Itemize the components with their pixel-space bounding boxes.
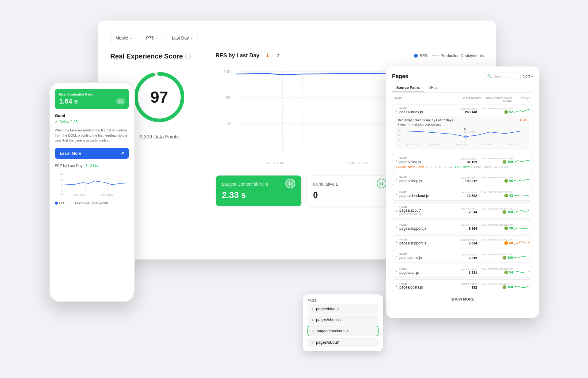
platform-label: Mobile (115, 36, 128, 40)
svg-text:Oct 7, 2020: Oct 7, 2020 (508, 143, 519, 146)
cls-title: Cumulative L (313, 182, 338, 187)
table-header: PAGE DATA POINTS REAL EXPERIENCE SCORE T… (392, 96, 533, 104)
svg-text:23/10, 00:00: 23/10, 00:00 (74, 194, 85, 196)
svg-text:64: 64 (464, 128, 466, 130)
svg-text:23/10, 00:00: 23/10, 00:00 (346, 161, 367, 165)
metric-card-lcp: Largest Contentful Paint 98 2.33 s (216, 175, 302, 206)
phone-legend-deployments: Production Deployments (69, 202, 108, 205)
svg-text:3s: 3s (60, 178, 63, 181)
timerange-label: Last Day (172, 36, 189, 40)
table-row: ▲ PAGE pages/docs.js DATA POINTS 2,319 R… (392, 250, 533, 263)
chart-title: RES by Last Day (216, 52, 259, 59)
chevron-icon: ▲ (311, 341, 314, 344)
legend-res-dot (414, 54, 418, 58)
legend-deployments-dash (432, 55, 439, 56)
lcp-badge: 98 (285, 179, 295, 188)
chart-change-icon: ⬇ (266, 53, 270, 59)
tooltip-page-about: ▲ pages/about* (307, 338, 379, 347)
svg-point-35 (465, 136, 466, 138)
info-icon[interactable]: i (185, 54, 191, 59)
table-row: ▲ PAGE pages/api.js DATA POINTS 1,721 RE… (392, 265, 533, 278)
phone-fcp-value: 1.64 s 88 (59, 97, 125, 105)
svg-text:Oct 3, 2020: Oct 3, 2020 (407, 143, 418, 146)
svg-text:60: 60 (398, 138, 401, 141)
timerange-dropdown[interactable]: Last Day ▾ (167, 33, 198, 43)
svg-text:2s: 2s (60, 184, 63, 187)
svg-text:50: 50 (225, 95, 231, 100)
phone-desc: When the browser renders the first bit o… (55, 128, 129, 143)
svg-text:0: 0 (228, 121, 231, 126)
legend-deployments: Production Deployments (432, 53, 484, 58)
percentile-label: P75 (146, 36, 154, 40)
phone-fcp-banner: First Contentful Paint 1.64 s 88 (55, 89, 129, 109)
chevron-down-icon: ▾ (156, 36, 158, 40)
chevron-icon: ▲ (311, 307, 314, 311)
phone-good-label: Good (55, 113, 129, 118)
lcp-value: 2.33 s (222, 190, 295, 200)
chart-legend: RES Production Deployments (414, 53, 484, 58)
table-row: ▲ PAGE pages/index.js DATA POINTS 263,14… (392, 104, 533, 152)
svg-text:Oct 5, 2020: Oct 5, 2020 (464, 131, 475, 133)
platform-dropdown[interactable]: Mobile ▾ (110, 33, 137, 43)
col-data-points: DATA POINTS (457, 97, 481, 103)
cls-badge: 93 (377, 179, 386, 188)
table-row: ▲ PAGE pages/blog.js DATA POINTS 82,109 … (392, 154, 533, 171)
trend-chart (514, 107, 530, 114)
phone-fcp-chart: 4s 3s 2s 1s 0s 23/10, 00:00 23/10, 12:00 (55, 170, 129, 198)
percentile-dropdown[interactable]: P75 ▾ (141, 33, 163, 43)
tooltip-popup: PAGE ▲ pages/blog.js ▲ pages/shop.js ▲ p… (303, 294, 383, 351)
mini-res-chart: 80 70 60 64 Oct 5, 2020 Oct 3, 2020 Oct … (398, 127, 527, 146)
tooltip-page-shop: ▲ pages/shop.js (307, 315, 379, 324)
metric-card-cls: Cumulative L 93 0 (307, 175, 393, 206)
tooltip-title: PAGE (307, 299, 379, 302)
chevron-down-icon: ▾ (531, 74, 533, 78)
phone-score-badge: 88 (116, 98, 125, 104)
pages-card: Pages 🔍 Search... Sort ▾ Source Paths UR… (386, 66, 539, 318)
score-panel-title: Real Experience Score i (110, 52, 208, 60)
page-rows-container: ▲ PAGE pages/index.js DATA POINTS 263,14… (392, 104, 533, 292)
external-link-icon: ↗ (121, 151, 124, 156)
col-trend: TREND (512, 97, 530, 103)
chart-header: RES by Last Day ⬇ -2 RES Production Depl… (216, 52, 484, 59)
phone-chart-change: ⬇ -0.19s (85, 164, 98, 168)
chevron-down-icon: ▾ (191, 36, 193, 40)
tooltip-page-checkout: ▲ pages/checkout.js (307, 326, 379, 336)
show-more-button[interactable]: SHOW MORE (392, 294, 533, 304)
table-row: ▲ PAGE pages/posts.js DATA POINTS 192 RE… (392, 279, 533, 292)
svg-text:1s: 1s (60, 189, 63, 192)
svg-text:4s: 4s (60, 172, 63, 175)
score-circle: 97 (132, 70, 187, 125)
learn-more-button[interactable]: Learn More ↗ (55, 148, 129, 159)
toolbar: Mobile ▾ P75 ▾ Last Day ▾ (110, 33, 484, 43)
tabs-row: Source Paths URLs (392, 84, 533, 93)
table-row: ▲ PAGE pages/about* pages/contact.js DAT… (392, 202, 533, 219)
svg-text:Oct 6, 2020: Oct 6, 2020 (481, 143, 492, 146)
svg-text:0s: 0s (60, 193, 63, 196)
phone-fcp-label: First Contentful Paint (59, 93, 125, 96)
lcp-title: Largest Contentful Paint (222, 182, 268, 187)
svg-text:100: 100 (223, 69, 231, 74)
table-row: ▲ PAGE pages/support.js DATA POINTS 5,09… (392, 235, 533, 248)
phone-chart-label: FCP by Last Day ⬇ -0.19s (55, 164, 129, 168)
table-row: ▲ PAGE pages/checkout.js DATA POINTS 10,… (392, 188, 533, 201)
phone-below-label: ✓ Below 2.35s (55, 120, 129, 124)
scene: Mobile ▾ P75 ▾ Last Day ▾ Real Experienc… (49, 21, 539, 357)
pages-search-input[interactable]: 🔍 Search... (484, 73, 521, 80)
score-number: 97 (150, 88, 168, 106)
table-row: ▲ PAGE pages/support.js DATA POINTS 8,36… (392, 221, 533, 233)
phone-legend: FCP Production Deployments (55, 202, 129, 205)
tooltip-page-blog: ▲ pages/blog.js (307, 304, 379, 314)
svg-text:Oct 4, 2020: Oct 4, 2020 (429, 143, 440, 146)
col-page: PAGE (394, 97, 457, 103)
tab-urls[interactable]: URLs (424, 84, 442, 92)
cls-value: 0 (313, 190, 386, 200)
svg-text:22/10, 18:00: 22/10, 18:00 (262, 161, 283, 165)
pages-title: Pages (392, 73, 408, 80)
svg-text:80: 80 (398, 129, 401, 131)
chevron-icon: ▲ (312, 329, 315, 333)
sort-dropdown[interactable]: Sort ▾ (523, 74, 533, 78)
col-res: REAL EXPERIENCE SCORE (481, 97, 512, 103)
search-icon: 🔍 (487, 74, 492, 78)
pages-header: Pages 🔍 Search... Sort ▾ (392, 73, 533, 80)
tab-source-paths[interactable]: Source Paths (392, 84, 424, 92)
